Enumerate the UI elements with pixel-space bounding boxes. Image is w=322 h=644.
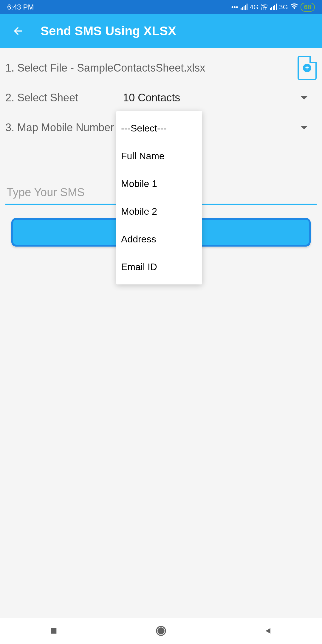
dropdown-item-mobile1[interactable]: Mobile 1 (116, 170, 202, 198)
sheet-select[interactable]: 10 Contacts (123, 92, 308, 104)
dropdown-item-address[interactable]: Address (116, 225, 202, 253)
sheet-select-value: 10 Contacts (123, 92, 180, 104)
network-1-label: 4G (250, 3, 258, 11)
wifi-icon (290, 3, 298, 11)
selected-filename: SampleContactsSheet.xlsx (77, 62, 205, 74)
mobile-map-dropdown-popup: ---Select--- Full Name Mobile 1 Mobile 2… (116, 111, 202, 284)
step-3-label: 3. Map Mobile Number (5, 121, 114, 134)
step-2-row: 2. Select Sheet 10 Contacts (5, 83, 317, 113)
status-bar: 6:43 PM ••• 4G Vo))LTE 3G 68 (0, 0, 322, 14)
chevron-down-icon (301, 126, 308, 129)
svg-rect-0 (51, 628, 57, 634)
status-time: 6:43 PM (7, 3, 34, 11)
plus-icon: + (303, 64, 311, 72)
chevron-down-icon (301, 96, 308, 100)
dropdown-item-select[interactable]: ---Select--- (116, 114, 202, 142)
page-title: Send SMS Using XLSX (41, 24, 176, 38)
add-file-button[interactable]: + (298, 56, 317, 80)
network-2-label: 3G (279, 3, 288, 11)
signal-bars-1-icon (241, 4, 247, 10)
step-1-text: 1. Select File - SampleContactsSheet.xls… (5, 62, 205, 74)
volte-label: Vo))LTE (261, 4, 267, 11)
battery-icon: 68 (301, 3, 315, 12)
step-2-label: 2. Select Sheet (5, 92, 78, 104)
nav-back-button[interactable] (262, 624, 275, 637)
nav-home-button[interactable] (154, 624, 168, 637)
app-bar: Send SMS Using XLSX (0, 14, 322, 48)
dropdown-item-mobile2[interactable]: Mobile 2 (116, 198, 202, 225)
nav-bar (0, 618, 322, 644)
more-icon: ••• (231, 3, 238, 11)
dropdown-item-fullname[interactable]: Full Name (116, 142, 202, 170)
step-1-row: 1. Select File - SampleContactsSheet.xls… (5, 53, 317, 83)
step-1-label: 1. Select File - (5, 62, 77, 74)
status-right: ••• 4G Vo))LTE 3G 68 (231, 3, 315, 12)
nav-recent-button[interactable] (47, 624, 60, 637)
back-button[interactable] (11, 24, 25, 38)
svg-point-2 (158, 628, 164, 634)
signal-bars-2-icon (270, 4, 277, 10)
dropdown-item-emailid[interactable]: Email ID (116, 253, 202, 281)
